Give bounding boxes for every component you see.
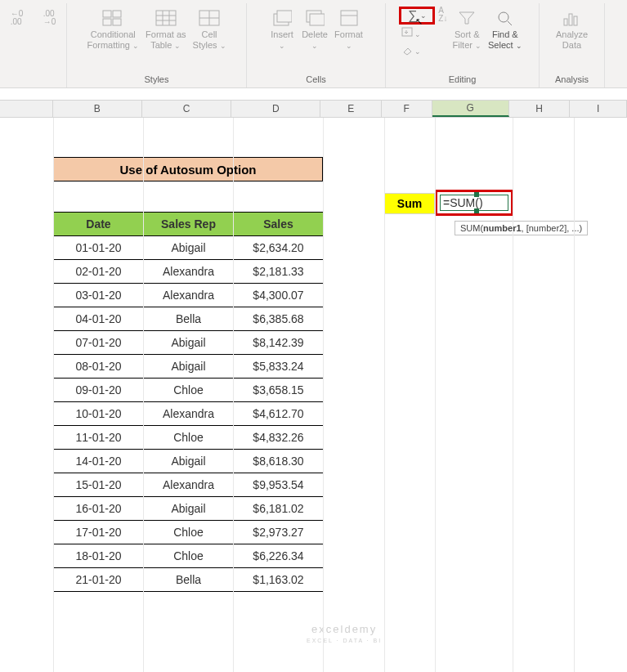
table-cell[interactable]: 14-01-20 — [54, 450, 144, 473]
eraser-icon — [401, 44, 414, 58]
increase-decimal-button[interactable]: .00 →0 — [34, 7, 66, 31]
analyze-data-button[interactable]: Analyze Data — [553, 7, 591, 52]
column-header-D[interactable]: D — [231, 101, 320, 117]
svg-rect-21 — [564, 19, 567, 25]
format-as-table-button[interactable]: Format as Table ⌄ — [142, 7, 190, 52]
svg-rect-22 — [569, 14, 572, 25]
table-cell[interactable]: Chloe — [144, 521, 234, 544]
column-header-G[interactable]: G — [432, 101, 509, 117]
column-header-F[interactable]: F — [382, 101, 432, 117]
delete-icon — [302, 8, 328, 28]
table-cell[interactable]: Chloe — [144, 544, 234, 568]
table-cell[interactable]: 11-01-20 — [54, 426, 144, 450]
table-cell[interactable]: Chloe — [144, 379, 234, 402]
table-cell[interactable]: $2,634.20 — [234, 236, 324, 260]
sum-label-cell[interactable]: Sum — [384, 193, 435, 214]
number-group-partial: ←0 .00 .00 →0 — [0, 3, 67, 87]
column-header-I[interactable]: I — [570, 101, 627, 117]
table-cell[interactable]: Abigail — [144, 450, 234, 473]
table-cell[interactable]: 01-01-20 — [54, 236, 144, 260]
clear-button[interactable]: ⌄ — [399, 43, 435, 59]
svg-rect-18 — [402, 28, 412, 36]
analyze-icon — [558, 8, 584, 28]
table-cell[interactable]: 16-01-20 — [54, 497, 144, 521]
table-cell[interactable]: 02-01-20 — [54, 260, 144, 284]
table-cell[interactable]: $1,163.02 — [234, 568, 324, 592]
sort-filter-button[interactable]: Sort & Filter ⌄ — [449, 7, 485, 52]
table-cell[interactable]: $4,832.26 — [234, 426, 324, 450]
table-row: 04-01-20Bella$6,385.68 — [54, 307, 324, 331]
table-cell[interactable]: $2,181.33 — [234, 260, 324, 284]
cursor-icon: ↖ — [415, 16, 423, 27]
conditional-formatting-button[interactable]: Conditional Formatting ⌄ — [83, 7, 142, 52]
table-row: 15-01-20Alexandra$9,953.54 — [54, 473, 324, 497]
table-row: 17-01-20Chloe$2,973.27 — [54, 521, 324, 544]
insert-button[interactable]: Insert⌄ — [266, 7, 298, 52]
magnifier-icon — [492, 8, 518, 28]
formula-tooltip: SUM(number1, [number2], ...) — [455, 221, 588, 235]
spreadsheet: BCDEFGHI Use of Autosum Option DateSales… — [0, 100, 627, 672]
table-cell[interactable]: Abigail — [144, 355, 234, 379]
svg-line-20 — [508, 21, 512, 25]
filter-icon — [454, 8, 480, 28]
table-cell[interactable]: $5,833.24 — [234, 355, 324, 379]
fill-button[interactable]: ⌄ — [399, 26, 435, 42]
table-cell[interactable]: Abigail — [144, 236, 234, 260]
styles-group: Conditional Formatting ⌄ Format as Table… — [67, 3, 247, 87]
table-row: 07-01-20Abigail$8,142.39 — [54, 331, 324, 355]
svg-rect-23 — [574, 16, 577, 25]
table-cell[interactable]: 03-01-20 — [54, 284, 144, 307]
table-cell[interactable]: 15-01-20 — [54, 473, 144, 497]
table-cell[interactable]: Bella — [144, 307, 234, 331]
table-cell[interactable]: $6,181.02 — [234, 497, 324, 521]
autosum-button[interactable]: ∑ ⌄ ↖ — [399, 7, 435, 25]
column-header-E[interactable]: E — [320, 101, 382, 117]
svg-rect-2 — [103, 19, 111, 25]
table-cell[interactable]: Abigail — [144, 331, 234, 355]
cell-styles-button[interactable]: Cell Styles ⌄ — [190, 7, 230, 52]
table-header[interactable]: Sales — [234, 213, 324, 236]
column-header-B[interactable]: B — [53, 101, 142, 117]
column-header-H[interactable]: H — [509, 101, 571, 117]
table-cell[interactable]: 18-01-20 — [54, 544, 144, 568]
table-cell[interactable]: $8,142.39 — [234, 331, 324, 355]
active-cell[interactable]: =SUM() — [440, 195, 508, 211]
table-cell[interactable]: $3,658.15 — [234, 379, 324, 402]
table-cell[interactable]: Bella — [144, 568, 234, 592]
table-row: 21-01-20Bella$1,163.02 — [54, 568, 324, 592]
cell-styles-icon — [196, 8, 222, 28]
table-cell[interactable]: Abigail — [144, 497, 234, 521]
table-cell[interactable]: 21-01-20 — [54, 568, 144, 592]
svg-point-19 — [499, 12, 508, 22]
table-cell[interactable]: $2,973.27 — [234, 521, 324, 544]
table-header[interactable]: Sales Rep — [144, 213, 234, 236]
table-cell[interactable]: $4,612.70 — [234, 402, 324, 426]
table-cell[interactable]: 04-01-20 — [54, 307, 144, 331]
cells-group: Insert⌄ Delete⌄ Format⌄ Cells — [247, 3, 386, 87]
table-cell[interactable]: Alexandra — [144, 402, 234, 426]
fill-down-icon — [401, 27, 414, 41]
format-button[interactable]: Format⌄ — [331, 7, 366, 52]
table-cell[interactable]: Alexandra — [144, 260, 234, 284]
table-cell[interactable]: $9,953.54 — [234, 473, 324, 497]
table-cell[interactable]: $6,385.68 — [234, 307, 324, 331]
table-header[interactable]: Date — [54, 213, 144, 236]
table-cell[interactable]: $8,618.30 — [234, 450, 324, 473]
table-cell[interactable]: $4,300.07 — [234, 284, 324, 307]
decrease-decimal-button[interactable]: ←0 .00 — [1, 7, 34, 31]
table-cell[interactable]: 09-01-20 — [54, 379, 144, 402]
table-cell[interactable]: Alexandra — [144, 284, 234, 307]
table-cell[interactable]: Alexandra — [144, 473, 234, 497]
delete-button[interactable]: Delete⌄ — [298, 7, 331, 52]
table-cell[interactable]: $6,226.34 — [234, 544, 324, 568]
find-select-button[interactable]: Find & Select ⌄ — [485, 7, 526, 52]
table-cell[interactable]: 07-01-20 — [54, 331, 144, 355]
table-cell[interactable]: 08-01-20 — [54, 355, 144, 379]
table-cell[interactable]: Chloe — [144, 426, 234, 450]
table-cell[interactable]: 17-01-20 — [54, 521, 144, 544]
svg-rect-1 — [113, 11, 121, 17]
column-header-C[interactable]: C — [142, 101, 231, 117]
grid-area[interactable]: Use of Autosum Option DateSales RepSales… — [0, 118, 627, 672]
merged-title-cell[interactable]: Use of Autosum Option — [53, 157, 323, 181]
table-cell[interactable]: 10-01-20 — [54, 402, 144, 426]
